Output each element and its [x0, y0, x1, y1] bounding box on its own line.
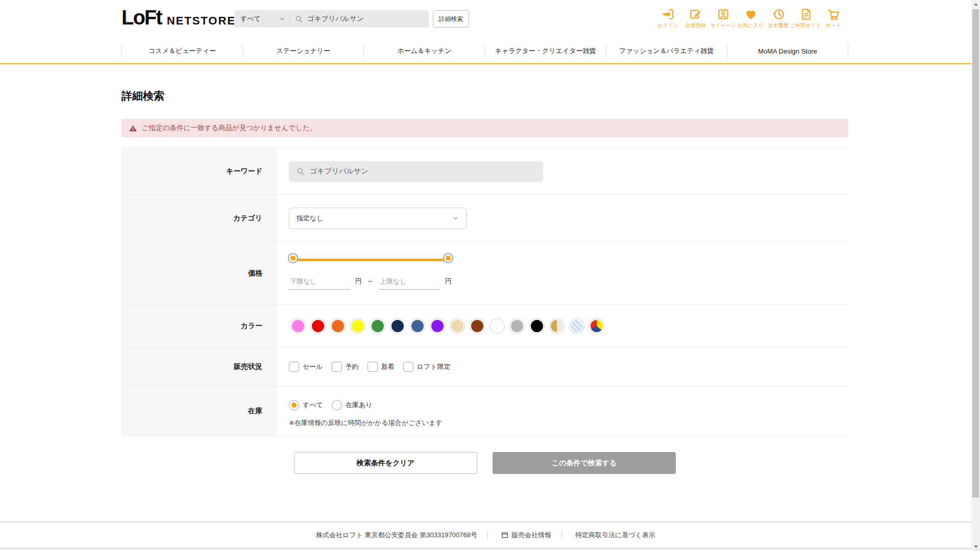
checkbox-label: ロフト限定 — [417, 362, 451, 371]
loft-logo[interactable]: LoFt NETSTORE — [121, 6, 236, 29]
footer-item[interactable]: 販売会社情報 — [487, 531, 551, 540]
nav-item[interactable]: MoMA Design Store — [727, 44, 848, 58]
footer-item-label: 特定商取引法に基づく表示 — [575, 531, 655, 540]
footer-item-label: 株式会社ロフト 東京都公安委員会 第303319700768号 — [316, 531, 477, 540]
quick-link-label: マイページ — [710, 22, 736, 29]
chevron-down-icon — [279, 16, 285, 22]
checkbox-label: セール — [303, 362, 323, 371]
radio-label: すべて — [303, 400, 323, 410]
quick-link-label: 会員登録 — [685, 22, 706, 29]
stock-option[interactable]: 在庫あり — [332, 400, 373, 410]
chevron-down-icon — [452, 215, 459, 221]
scrollbar-up-button[interactable] — [971, 0, 980, 9]
detail-search-button[interactable]: 詳細検索 — [433, 10, 469, 28]
category-select[interactable]: 指定なし — [289, 208, 467, 229]
color-swatch-multicolor[interactable] — [591, 320, 603, 332]
checkbox[interactable] — [368, 362, 378, 372]
search-icon — [295, 15, 303, 23]
window-icon — [501, 532, 508, 539]
quick-link-label: お気に入り — [738, 22, 764, 29]
color-swatch-clear[interactable] — [571, 320, 583, 332]
price-min-input[interactable] — [289, 276, 350, 290]
nav-item[interactable]: キャラクター・クリエイター雑貨 — [485, 44, 606, 58]
checkbox[interactable] — [289, 362, 299, 372]
sales-status-option[interactable]: 新着 — [368, 362, 395, 372]
price-row: 価格 円 ～ 円 — [121, 241, 848, 305]
scrollbar-down-button[interactable] — [971, 542, 980, 551]
scrollbar-thumb[interactable] — [972, 9, 979, 497]
footer: 株式会社ロフト 東京都公安委員会 第303319700768号 販売会社情報 特… — [0, 521, 971, 549]
price-range-separator: ～ — [367, 277, 374, 290]
color-swatch-red[interactable] — [312, 320, 324, 332]
color-swatch-pink[interactable] — [292, 320, 304, 332]
stock-note: ※在庫情報の反映に時間がかかる場合がございます — [289, 418, 848, 428]
quick-link[interactable]: 注文履歴 — [765, 7, 791, 29]
radio-button[interactable] — [289, 400, 299, 410]
color-swatch-gold-silver[interactable] — [551, 320, 563, 332]
clear-conditions-button[interactable]: 検索条件をクリア — [294, 452, 477, 474]
color-swatch-purple[interactable] — [431, 320, 444, 332]
nav-item[interactable]: ステーショナリー — [242, 44, 363, 58]
color-swatch-white[interactable] — [491, 320, 503, 332]
color-swatch-brown[interactable] — [471, 320, 483, 332]
quick-link[interactable]: ログイン — [655, 7, 681, 29]
page-title: 詳細検索 — [121, 89, 164, 103]
alert-message: ご指定の条件に一致する商品が見つかりませんでした。 — [142, 123, 316, 133]
nav-item[interactable]: ホーム＆キッチン — [363, 44, 484, 58]
no-results-alert: ご指定の条件に一致する商品が見つかりませんでした。 — [121, 119, 848, 137]
color-swatch-yellow[interactable] — [352, 320, 364, 332]
color-swatch-orange[interactable] — [332, 320, 344, 332]
register-icon — [689, 7, 702, 21]
quick-link-label: ご利用ガイド — [790, 22, 821, 29]
header-search-input[interactable] — [307, 15, 429, 23]
quick-link[interactable]: カート — [820, 7, 846, 29]
main-nav: コスメ＆ビューティー ステーショナリー ホーム＆キッチン キャラクター・クリエイ… — [121, 44, 848, 58]
checkbox[interactable] — [403, 362, 413, 372]
checkbox[interactable] — [332, 362, 342, 372]
color-swatch-navy[interactable] — [391, 320, 404, 332]
logo-store-text: NETSTORE — [167, 14, 236, 28]
quick-link[interactable]: 会員登録 — [682, 7, 708, 29]
stock-row: 在庫 すべて 在庫あり — [121, 386, 848, 436]
search-icon — [296, 167, 305, 176]
quick-link-label: 注文履歴 — [768, 22, 789, 29]
warning-icon — [129, 124, 137, 133]
search-with-conditions-button[interactable]: この条件で検索する — [493, 452, 676, 474]
stock-option[interactable]: すべて — [289, 400, 323, 410]
checkbox-label: 予約 — [346, 362, 359, 371]
nav-item[interactable]: コスメ＆ビューティー — [121, 44, 242, 58]
keyword-input[interactable] — [310, 167, 543, 176]
price-unit-max: 円 — [445, 277, 452, 290]
price-label: 価格 — [121, 242, 277, 305]
guide-icon — [799, 7, 813, 21]
price-slider-handle-max[interactable] — [444, 254, 452, 262]
sales-status-row: 販売状況 セール 予約 新着 — [121, 347, 848, 386]
color-swatch-black[interactable] — [531, 320, 543, 332]
sales-status-option[interactable]: 予約 — [332, 362, 359, 372]
color-swatch-blue[interactable] — [411, 320, 424, 332]
nav-item[interactable]: ファッション＆バラエティ雑貨 — [606, 44, 727, 58]
color-swatch-beige[interactable] — [451, 320, 463, 332]
sales-status-option[interactable]: ロフト限定 — [403, 362, 451, 372]
search-divider — [289, 14, 290, 24]
search-form: キーワード カテゴリ 指定なし 価格 — [121, 147, 848, 436]
mypage-icon — [717, 7, 730, 21]
keyword-input-box — [289, 161, 543, 182]
form-actions: 検索条件をクリア この条件で検索する — [121, 452, 848, 474]
quick-link[interactable]: ご利用ガイド — [793, 7, 819, 29]
triangle-down-icon — [974, 545, 978, 548]
sales-status-option[interactable]: セール — [289, 362, 323, 372]
quick-link[interactable]: マイページ — [710, 7, 736, 29]
radio-button[interactable] — [332, 400, 342, 410]
color-swatch-green[interactable] — [372, 320, 384, 332]
quick-link[interactable]: お気に入り — [738, 7, 764, 29]
history-icon — [772, 7, 785, 21]
search-scope-select[interactable]: すべて — [234, 14, 287, 23]
vertical-scrollbar[interactable] — [971, 0, 980, 551]
footer-item[interactable]: 特定商取引法に基づく表示 — [561, 531, 655, 540]
price-max-input[interactable] — [379, 276, 440, 290]
color-swatch-gray[interactable] — [511, 320, 523, 332]
stock-options: すべて 在庫あり — [289, 400, 848, 410]
category-row: カテゴリ 指定なし — [121, 194, 848, 241]
price-slider-handle-min[interactable] — [289, 254, 297, 262]
